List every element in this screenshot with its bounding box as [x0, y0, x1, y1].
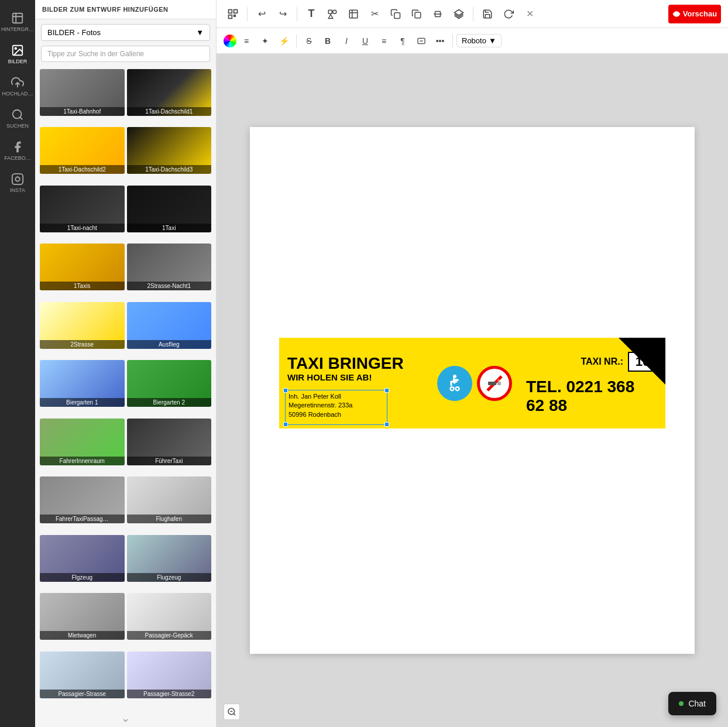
sidebar-item-hochladen[interactable]: HOCHLAD… — [0, 70, 35, 102]
sidebar: HINTERGR… BILDER HOCHLAD… SUCHEN FACEBO…… — [0, 0, 35, 727]
strikethrough-button[interactable]: S — [300, 32, 318, 50]
gallery-image-label: 1Taxi-Dachschild1 — [127, 107, 212, 116]
svg-rect-12 — [328, 10, 332, 13]
banner-icons — [431, 338, 518, 428]
paragraph-button[interactable]: ¶ — [394, 32, 411, 50]
gallery-image-item[interactable]: 1Taxi-Dachschild3 — [127, 127, 212, 174]
gallery-search-input[interactable]: Tippe zur Suche in der Gallerie — [41, 46, 210, 62]
save-button[interactable] — [478, 5, 497, 23]
svg-rect-11 — [234, 15, 236, 16]
gallery-image-item[interactable]: FührerTaxi — [127, 419, 212, 465]
svg-rect-9 — [234, 9, 238, 13]
format-sep-2 — [452, 35, 453, 47]
gallery-image-item[interactable]: Mietwagen — [40, 593, 125, 640]
color-picker[interactable] — [224, 35, 236, 47]
taxi-phone: TEL. 0221 368 62 88 — [526, 378, 657, 415]
banner-subtitle: WIR HOLEN SIE AB! — [287, 372, 423, 382]
align-button[interactable] — [428, 5, 447, 23]
sidebar-item-hintergrund-label: HINTERGR… — [1, 26, 34, 32]
redo-button[interactable]: ↪ — [273, 5, 292, 23]
svg-line-5 — [20, 117, 22, 119]
undo-button[interactable]: ↩ — [252, 5, 271, 23]
more-options-button[interactable]: ••• — [431, 32, 449, 50]
chat-label: Chat — [688, 699, 706, 708]
svg-marker-14 — [328, 14, 333, 18]
separator-1 — [247, 7, 248, 21]
lightning-button[interactable]: ⚡ — [275, 32, 293, 50]
sidebar-item-hintergrund[interactable]: HINTERGR… — [0, 6, 35, 38]
close-button[interactable]: ✕ — [520, 5, 539, 23]
gallery-image-item[interactable]: FahrerTaxiPassag… — [40, 476, 125, 523]
gallery-image-item[interactable]: 1Taxi-Dachschild1 — [127, 69, 212, 116]
gallery-image-item[interactable]: Flughafen — [127, 476, 212, 523]
zoom-out-button[interactable] — [224, 704, 240, 720]
gallery-image-item[interactable]: FahrerInnenraum — [40, 419, 125, 465]
gallery-image-item[interactable]: Flugzeug — [127, 535, 212, 582]
gallery-image-label: 1Taxi-Dachschild2 — [40, 165, 125, 174]
gallery-image-item[interactable]: Biergarten 2 — [127, 360, 212, 407]
gallery-image-item[interactable]: Flgzeug — [40, 535, 125, 582]
layers-button[interactable] — [449, 5, 468, 23]
taxi-nr-label: TAXI NR.: — [581, 356, 623, 367]
gallery-image-item[interactable]: 1Taxi — [127, 186, 212, 232]
qr-code-button[interactable] — [224, 5, 242, 23]
phone-prefix: TEL. — [526, 378, 562, 396]
sidebar-item-suchen[interactable]: SUCHEN — [0, 102, 35, 135]
text-button[interactable]: T — [302, 5, 321, 23]
banner-title: TAXI BRINGER — [287, 355, 423, 373]
gallery-image-item[interactable]: 2Strasse — [40, 302, 125, 349]
gallery-image-item[interactable]: 1Taxi-Bahnhof — [40, 69, 125, 116]
effects-button[interactable]: ✦ — [256, 32, 274, 50]
italic-button[interactable]: I — [338, 32, 355, 50]
svg-point-26 — [453, 375, 456, 378]
gallery-image-label: 1Taxi-Dachschild3 — [127, 165, 212, 174]
svg-rect-8 — [229, 9, 232, 13]
text-box-button[interactable] — [413, 32, 430, 50]
gallery-image-item[interactable]: Ausflieg — [127, 302, 212, 349]
preview-button[interactable]: Vorschau — [668, 5, 721, 23]
gallery-image-label: FahrerTaxiPassag… — [40, 515, 125, 523]
gallery-image-item[interactable]: Passagier-Strasse — [40, 651, 125, 698]
top-toolbar: ↩ ↪ T ✂ ✕ Vorsc — [217, 0, 728, 28]
gallery-image-item[interactable]: Biergarten 1 — [40, 360, 125, 407]
svg-rect-32 — [488, 382, 496, 385]
canvas: TAXI BRINGER WIR HOLEN SIE AB! — [250, 127, 695, 654]
gallery-image-item[interactable]: Passagier-Gepäck — [127, 593, 212, 640]
refresh-button[interactable] — [499, 5, 518, 23]
font-chevron-icon: ▼ — [489, 36, 496, 45]
gallery-image-item[interactable]: 1Taxi-nacht — [40, 186, 125, 232]
duplicate-button[interactable] — [407, 5, 426, 23]
shapes-button[interactable] — [323, 5, 342, 23]
gallery-image-label: Biergarten 2 — [127, 398, 212, 407]
gallery-image-item[interactable]: 1Taxis — [40, 244, 125, 290]
align-left-button[interactable]: ≡ — [238, 32, 255, 50]
svg-line-36 — [233, 714, 235, 715]
svg-rect-15 — [349, 10, 358, 18]
bold-button[interactable]: B — [319, 32, 336, 50]
dropdown-label: BILDER - Fotos — [47, 28, 101, 37]
gallery-image-item[interactable]: 1Taxi-Dachschild2 — [40, 127, 125, 174]
category-dropdown[interactable]: BILDER - Fotos ▼ — [41, 24, 210, 41]
font-selector[interactable]: Roboto ▼ — [456, 34, 502, 47]
gallery-image-label: Passagier-Strasse2 — [127, 690, 212, 698]
chat-button[interactable]: Chat — [668, 692, 716, 715]
copy-button[interactable] — [386, 5, 405, 23]
table-button[interactable] — [344, 5, 363, 23]
gallery-image-label: Biergarten 1 — [40, 398, 125, 407]
sidebar-item-insta[interactable]: INSTA — [0, 167, 35, 199]
sidebar-item-insta-label: INSTA — [10, 187, 25, 193]
underline-button[interactable]: U — [356, 32, 374, 50]
svg-point-23 — [675, 13, 678, 15]
scroll-hint: ⌄ — [35, 709, 216, 727]
gallery-image-item[interactable]: Passagier-Strasse2 — [127, 651, 212, 698]
sidebar-item-bilder-label: BILDER — [8, 59, 28, 64]
chevron-down-icon: ▼ — [196, 28, 204, 37]
gallery-image-item[interactable]: 2Strasse-Nacht1 — [127, 244, 212, 290]
sidebar-item-bilder[interactable]: BILDER — [0, 38, 35, 70]
sidebar-item-facebook[interactable]: FACEBO… — [0, 135, 35, 167]
format-toolbar: ≡ ✦ ⚡ S B I U ≡ ¶ ••• Roboto ▼ — [217, 28, 728, 54]
text-align-button[interactable]: ≡ — [375, 32, 393, 50]
svg-rect-34 — [497, 379, 499, 381]
sidebar-item-suchen-label: SUCHEN — [6, 123, 29, 129]
scissors-button[interactable]: ✂ — [365, 5, 384, 23]
